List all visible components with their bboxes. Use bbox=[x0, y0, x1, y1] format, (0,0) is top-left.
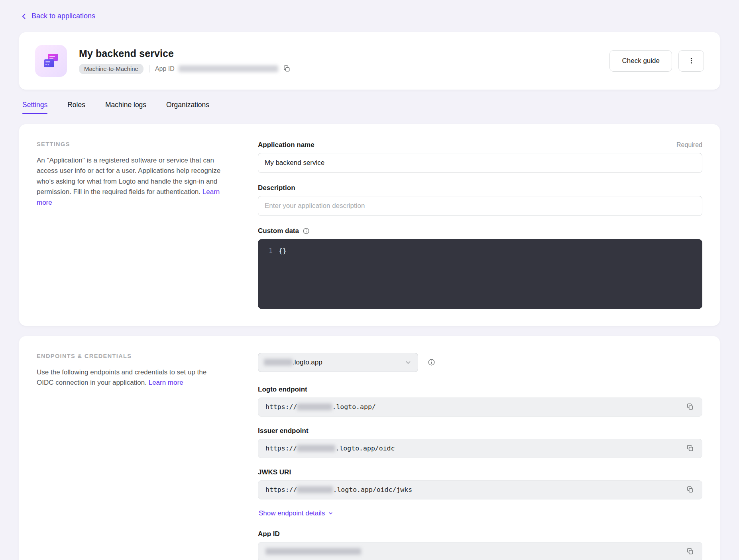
info-icon[interactable] bbox=[303, 227, 310, 235]
settings-section-card: SETTINGS An "Application" is a registere… bbox=[19, 124, 720, 326]
code-line: 1 {} bbox=[258, 246, 702, 256]
copy-app-id-button[interactable] bbox=[282, 64, 291, 73]
app-logo bbox=[35, 45, 67, 77]
settings-section-intro: SETTINGS An "Application" is a registere… bbox=[37, 141, 224, 309]
page-title: My backend service bbox=[79, 48, 291, 59]
tab-machine-logs[interactable]: Machine logs bbox=[105, 101, 146, 114]
line-number: 1 bbox=[258, 246, 279, 256]
custom-data-label-text: Custom data bbox=[258, 227, 299, 235]
url-suffix: .logto.app/ bbox=[332, 403, 375, 411]
endpoints-learn-more-link[interactable]: Learn more bbox=[149, 379, 183, 386]
domain-suffix: .logto.app bbox=[293, 358, 322, 366]
application-name-field: Application name Required bbox=[258, 141, 702, 173]
settings-description-text: An "Application" is a registered softwar… bbox=[37, 157, 220, 196]
copy-jwks-uri-button[interactable] bbox=[686, 485, 695, 494]
copy-icon bbox=[686, 403, 694, 411]
url-prefix: https:// bbox=[265, 444, 297, 452]
application-name-label: Application name bbox=[258, 141, 314, 149]
endpoints-section-heading: ENDPOINTS & CREDENTIALS bbox=[37, 353, 224, 359]
endpoints-section-intro: ENDPOINTS & CREDENTIALS Use the followin… bbox=[37, 353, 224, 560]
domain-select[interactable]: .logto.app bbox=[258, 353, 418, 372]
description-field: Description bbox=[258, 184, 702, 216]
app-type-badge: Machine-to-Machine bbox=[79, 64, 143, 74]
url-suffix: .logto.app/oidc/jwks bbox=[333, 486, 412, 493]
code-content: {} bbox=[279, 246, 287, 256]
endpoints-section-card: ENDPOINTS & CREDENTIALS Use the followin… bbox=[19, 336, 720, 560]
custom-data-code-editor[interactable]: 1 {} bbox=[258, 239, 702, 309]
tab-roles[interactable]: Roles bbox=[67, 101, 85, 114]
app-detail-tabs: Settings Roles Machine logs Organization… bbox=[22, 101, 720, 114]
tab-organizations[interactable]: Organizations bbox=[166, 101, 209, 114]
domain-select-row: .logto.app bbox=[258, 353, 702, 372]
back-to-applications-link[interactable]: Back to applications bbox=[20, 12, 95, 20]
settings-section-description: An "Application" is a registered softwar… bbox=[37, 155, 224, 208]
endpoints-section-description: Use the following endpoints and credenti… bbox=[37, 367, 224, 388]
settings-section-heading: SETTINGS bbox=[37, 141, 224, 147]
topbar: Back to applications bbox=[20, 12, 720, 22]
app-id-value-redacted bbox=[179, 65, 278, 72]
url-redacted bbox=[297, 486, 333, 493]
url-redacted bbox=[297, 403, 332, 410]
description-label: Description bbox=[258, 184, 295, 192]
check-guide-button[interactable]: Check guide bbox=[609, 50, 672, 72]
copy-issuer-endpoint-button[interactable] bbox=[686, 444, 695, 453]
app-header-info: My backend service Machine-to-Machine Ap… bbox=[79, 48, 291, 74]
url-suffix: .logto.app/oidc bbox=[335, 444, 395, 452]
copy-icon bbox=[686, 444, 694, 452]
app-header-card: My backend service Machine-to-Machine Ap… bbox=[19, 32, 720, 90]
show-endpoint-details-link[interactable]: Show endpoint details bbox=[259, 509, 334, 517]
kebab-menu-icon bbox=[688, 57, 695, 65]
copy-icon bbox=[283, 65, 291, 72]
app-id-credential-field: App ID bbox=[258, 530, 702, 560]
copy-logto-endpoint-button[interactable] bbox=[686, 402, 695, 411]
jwks-uri-value[interactable]: https:// .logto.app/oidc/jwks bbox=[258, 480, 702, 499]
meta-divider bbox=[149, 65, 149, 72]
header-actions: Check guide bbox=[609, 50, 704, 72]
url-prefix: https:// bbox=[265, 403, 297, 411]
info-icon[interactable] bbox=[428, 358, 435, 366]
logto-endpoint-label: Logto endpoint bbox=[258, 386, 307, 394]
logto-endpoint-value[interactable]: https:// .logto.app/ bbox=[258, 397, 702, 417]
issuer-endpoint-value[interactable]: https:// .logto.app/oidc bbox=[258, 439, 702, 458]
tab-settings[interactable]: Settings bbox=[22, 101, 47, 114]
copy-icon bbox=[686, 548, 694, 555]
app-id-credential-value[interactable] bbox=[258, 542, 702, 560]
custom-data-field: Custom data 1 {} bbox=[258, 227, 702, 309]
domain-prefix-redacted bbox=[264, 359, 293, 366]
chevron-left-icon bbox=[20, 12, 28, 20]
chevron-down-icon bbox=[328, 510, 334, 516]
settings-form: Application name Required Description Cu… bbox=[258, 141, 702, 309]
jwks-uri-field: JWKS URI https:// .logto.app/oidc/jwks bbox=[258, 468, 702, 499]
jwks-uri-label: JWKS URI bbox=[258, 468, 291, 476]
logto-endpoint-field: Logto endpoint https:// .logto.app/ bbox=[258, 386, 702, 417]
app-meta-row: Machine-to-Machine App ID bbox=[79, 64, 291, 74]
app-id-credential-label: App ID bbox=[258, 530, 280, 538]
show-endpoint-details-label: Show endpoint details bbox=[259, 509, 325, 517]
back-link-label: Back to applications bbox=[31, 12, 95, 20]
copy-app-id-credential-button[interactable] bbox=[686, 547, 695, 556]
application-name-input[interactable] bbox=[258, 153, 702, 173]
more-actions-button[interactable] bbox=[678, 50, 704, 72]
issuer-endpoint-field: Issuer endpoint https:// .logto.app/oidc bbox=[258, 427, 702, 458]
issuer-endpoint-label: Issuer endpoint bbox=[258, 427, 309, 435]
app-id-redacted bbox=[265, 548, 361, 555]
description-input[interactable] bbox=[258, 196, 702, 216]
application-detail-page: Back to applications bbox=[0, 0, 739, 560]
url-redacted bbox=[297, 445, 335, 452]
chevron-down-icon bbox=[404, 358, 412, 366]
url-prefix: https:// bbox=[265, 486, 297, 493]
required-tag: Required bbox=[676, 141, 702, 149]
custom-data-label: Custom data bbox=[258, 227, 310, 235]
app-id-label: App ID bbox=[155, 65, 175, 72]
copy-icon bbox=[686, 486, 694, 493]
machine-to-machine-app-icon bbox=[41, 51, 61, 70]
endpoints-form: .logto.app Logto endpoint https:// .logt… bbox=[258, 353, 702, 560]
